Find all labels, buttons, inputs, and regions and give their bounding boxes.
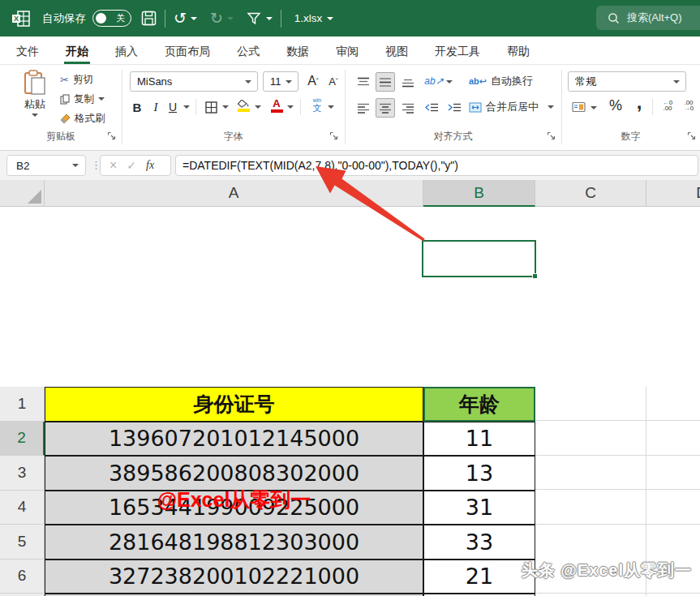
insert-function-icon[interactable]: fx — [146, 159, 154, 172]
number-format-select[interactable]: 常规 — [568, 71, 686, 92]
column-header-b[interactable]: B — [423, 180, 535, 207]
column-header-a[interactable]: A — [45, 180, 423, 207]
titlebar-separator — [165, 10, 165, 28]
decrease-indent-icon[interactable] — [423, 98, 440, 118]
cell-a2[interactable]: 139607201012145000 — [45, 422, 423, 457]
decrease-decimal-icon[interactable]: .00→0 — [680, 96, 698, 115]
ribbon: 粘贴 ✂ 剪切 复制 格式刷 剪贴板 MiSans 11 Aˆ Aˇ B I U — [0, 65, 700, 151]
cut-button[interactable]: ✂ 剪切 — [60, 71, 93, 88]
orientation-icon[interactable]: ab↗ — [424, 71, 444, 91]
cell-b5[interactable]: 33 — [423, 525, 535, 560]
search-input[interactable]: 搜索(Alt+Q) — [596, 6, 700, 30]
autosave-toggle[interactable]: 关 — [92, 10, 131, 27]
row-header-4[interactable]: 4 — [0, 491, 45, 525]
row-header-1[interactable]: 1 — [0, 387, 45, 422]
formula-input[interactable]: =DATEDIF(TEXT(MID(A2,7,8),"0-00-00"),TOD… — [175, 155, 698, 176]
redo-button[interactable]: ↻ — [210, 11, 234, 26]
scissors-icon: ✂ — [60, 74, 69, 86]
tab-file[interactable]: 文件 — [15, 45, 41, 64]
filter-icon[interactable] — [247, 12, 273, 25]
undo-button[interactable]: ↺ — [174, 11, 197, 26]
increase-indent-icon[interactable] — [445, 98, 463, 118]
cell-a6[interactable]: 327238200102221000 — [45, 560, 423, 594]
save-icon[interactable] — [141, 11, 157, 26]
svg-text:X: X — [14, 15, 19, 23]
cell-b2[interactable]: 11 — [423, 422, 535, 457]
tab-page-layout[interactable]: 页面布局 — [163, 45, 212, 64]
search-icon — [608, 12, 620, 24]
borders-icon[interactable] — [203, 97, 219, 117]
italic-button[interactable]: I — [149, 97, 162, 117]
align-middle-icon[interactable] — [376, 72, 395, 92]
column-header-d[interactable]: D — [646, 180, 700, 207]
name-box[interactable]: B2 — [6, 155, 86, 176]
align-center-icon[interactable] — [376, 98, 395, 118]
font-color-dropdown-icon[interactable] — [286, 97, 295, 117]
phonetic-dropdown-icon[interactable] — [326, 97, 336, 117]
number-dialog-launcher[interactable] — [687, 131, 696, 140]
cell-a5[interactable]: 281648198812303000 — [45, 525, 423, 560]
search-placeholder: 搜索(Alt+Q) — [627, 11, 682, 25]
comma-style-icon[interactable]: , — [633, 92, 646, 112]
font-size-select[interactable]: 11 — [263, 71, 298, 92]
tab-insert[interactable]: 插入 — [114, 45, 140, 64]
increase-font-icon[interactable]: Aˆ — [303, 71, 323, 91]
select-all-button[interactable] — [0, 180, 45, 207]
bold-button[interactable]: B — [130, 97, 144, 117]
cell-a1[interactable]: 身份证号 — [45, 387, 423, 422]
enter-icon[interactable]: ✓ — [127, 159, 136, 172]
row-header-6[interactable]: 6 — [0, 560, 45, 594]
fill-color-icon[interactable] — [235, 96, 251, 115]
cell-b1[interactable]: 年龄 — [423, 387, 535, 422]
column-header-c[interactable]: C — [535, 180, 646, 207]
phonetic-guide-icon[interactable]: win 文 — [310, 95, 324, 114]
select-all-triangle-icon — [28, 190, 41, 204]
title-bar: X 自动保存 关 ↺ ↻ 1.xlsx 搜索(Alt+Q) — [0, 0, 700, 36]
fill-color-dropdown-icon[interactable] — [253, 97, 263, 117]
accounting-format-icon[interactable] — [569, 97, 587, 117]
formula-bar: B2 ⋮ × ✓ fx =DATEDIF(TEXT(MID(A2,7,8),"0… — [0, 151, 700, 180]
tab-help[interactable]: 帮助 — [505, 45, 531, 64]
font-group-label: 字体 — [122, 130, 345, 143]
filename[interactable]: 1.xlsx — [290, 12, 334, 24]
cell-b4[interactable]: 31 — [423, 491, 535, 525]
clipboard-icon — [24, 70, 46, 96]
copy-button[interactable]: 复制 — [60, 91, 105, 107]
font-dialog-launcher[interactable] — [329, 131, 338, 140]
tab-formulas[interactable]: 公式 — [235, 45, 261, 64]
tab-home[interactable]: 开始 — [64, 45, 90, 64]
tab-developer[interactable]: 开发工具 — [433, 45, 482, 64]
increase-decimal-icon[interactable]: ←0.00 — [659, 96, 676, 115]
align-left-icon[interactable] — [354, 98, 372, 118]
align-right-icon[interactable] — [399, 98, 417, 118]
accounting-dropdown-icon[interactable] — [589, 98, 599, 118]
orientation-dropdown-icon[interactable] — [444, 72, 454, 92]
borders-dropdown-icon[interactable] — [221, 97, 230, 117]
cell-b6[interactable]: 21 — [423, 560, 535, 594]
cancel-icon[interactable]: × — [110, 159, 117, 172]
row-header-2[interactable]: 2 — [0, 422, 45, 457]
row-header-5[interactable]: 5 — [0, 525, 45, 560]
wrap-text-button[interactable]: ab↩ 自动换行 — [469, 73, 533, 89]
alignment-dialog-launcher[interactable] — [547, 131, 556, 140]
tab-data[interactable]: 数据 — [285, 45, 311, 64]
fill-handle[interactable] — [532, 273, 538, 279]
paste-button[interactable]: 粘贴 — [16, 70, 54, 120]
underline-button[interactable]: U — [166, 97, 179, 117]
tab-review[interactable]: 审阅 — [334, 45, 360, 64]
font-family-select[interactable]: MiSans — [130, 71, 258, 92]
align-top-icon[interactable] — [354, 72, 372, 92]
underline-dropdown-icon[interactable] — [182, 97, 191, 117]
ribbon-tabs: 文件 开始 插入 页面布局 公式 数据 审阅 视图 开发工具 帮助 — [0, 36, 700, 65]
clipboard-group-label: 剪贴板 — [0, 130, 122, 143]
tab-view[interactable]: 视图 — [384, 45, 410, 64]
format-painter-button[interactable]: 格式刷 — [60, 110, 105, 126]
decrease-font-icon[interactable]: Aˇ — [324, 71, 342, 91]
font-color-icon[interactable]: A — [269, 96, 284, 115]
row-header-3[interactable]: 3 — [0, 456, 45, 491]
align-bottom-icon[interactable] — [399, 72, 417, 92]
percent-style-icon[interactable]: % — [607, 96, 625, 115]
cell-b3[interactable]: 13 — [423, 456, 535, 491]
merge-center-button[interactable]: 合并后居中 — [469, 99, 554, 115]
clipboard-dialog-launcher[interactable] — [107, 131, 116, 140]
